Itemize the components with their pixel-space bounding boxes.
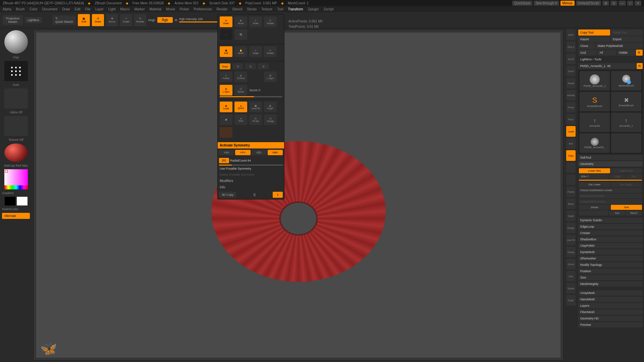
tool-name-field[interactable]: PM3D_Arrow3D_1. 49 xyxy=(578,63,636,69)
material-preview[interactable] xyxy=(4,143,28,162)
tool-thumb[interactable]: SSimpleBrush xyxy=(580,92,610,111)
del-lower-button[interactable]: Del Lower xyxy=(579,182,610,187)
info-section[interactable]: Info xyxy=(218,184,284,190)
menu-transform[interactable]: Transform xyxy=(288,7,303,11)
frame-button[interactable]: Frame xyxy=(566,186,576,197)
menu-render[interactable]: Render xyxy=(217,7,228,11)
nanomesh-section[interactable]: NanoMesh xyxy=(578,297,643,302)
paste-tool-button[interactable]: Paste Tool xyxy=(611,29,643,36)
suv-button[interactable]: Suv xyxy=(609,210,625,216)
delete-posable-symmetry-button[interactable]: Delete Posable Symmetry xyxy=(218,172,284,178)
default-zscript[interactable]: DefaultZScript xyxy=(576,1,601,6)
position-section[interactable]: Position xyxy=(578,268,643,274)
m-label[interactable]: M xyxy=(175,18,177,22)
edit-button[interactable]: ▣Edit xyxy=(78,14,90,26)
convert-bpr-button[interactable]: Convert BPR To Geo xyxy=(579,199,642,204)
arraymesh-section[interactable]: ArrayMesh xyxy=(578,290,643,296)
tool-thumb[interactable]: PM3D_Arrow3D_ xyxy=(580,133,610,153)
menus-button[interactable]: Menus xyxy=(560,1,575,6)
tool-thumb[interactable]: ↑Arrow3D_1 xyxy=(611,113,641,132)
window-minimize[interactable]: — xyxy=(619,1,626,6)
quick-sketch-button[interactable]: ✎Quick Sketch xyxy=(53,15,76,25)
gradient-label[interactable]: Gradient xyxy=(2,191,30,195)
transp-button[interactable]: ◫Transp xyxy=(264,114,277,125)
mrgb-label[interactable]: Mrgb xyxy=(148,18,155,22)
menu-marker[interactable]: Marker xyxy=(134,7,145,11)
spix-button[interactable]: SPix 3 xyxy=(566,42,576,52)
menu-tool[interactable]: Tool xyxy=(277,7,283,11)
popup-edit-button[interactable]: ▣Edit xyxy=(220,46,232,57)
tool-thumb[interactable]: PM3D_Arrow3D_1 xyxy=(580,71,610,90)
popup-scale-button[interactable]: ⤢Scale xyxy=(249,16,262,27)
move-button[interactable]: ✥Move xyxy=(106,14,118,26)
linefill-button[interactable]: Line Fill xyxy=(566,235,576,245)
menu-macro[interactable]: Macro xyxy=(120,7,130,11)
window-control[interactable]: ⊞ xyxy=(602,1,609,6)
dynamesh-section[interactable]: DynaMesh xyxy=(578,249,643,255)
floor-button[interactable]: Floor xyxy=(566,114,576,125)
radial-count-slider[interactable]: RadialCount 64 xyxy=(230,159,251,162)
stroke-preview[interactable] xyxy=(4,61,28,81)
axis-button[interactable]: Axis xyxy=(566,138,576,149)
size-section[interactable]: Size xyxy=(578,275,643,280)
sym-y-button[interactable]: >Y< xyxy=(235,150,250,155)
window-maximize[interactable]: □ xyxy=(627,1,633,6)
sdiv-slider[interactable]: SDiv 7 xyxy=(579,174,609,179)
menu-preferences[interactable]: Preferences xyxy=(194,7,212,11)
popup-move2-button[interactable]: ✋Move xyxy=(234,46,247,57)
scale-button[interactable]: ⤢Scale xyxy=(120,14,132,26)
menu-zplugin[interactable]: Zplugin xyxy=(308,7,319,11)
copy-one-button[interactable]: 1 xyxy=(273,192,283,198)
3d-copy-button[interactable]: 3D Copy xyxy=(219,192,236,198)
goz-all-button[interactable]: All xyxy=(597,50,616,56)
tool-thumb[interactable] xyxy=(611,133,641,153)
menu-texture[interactable]: Texture xyxy=(261,7,272,11)
menu-alpha[interactable]: Alpha xyxy=(3,7,11,11)
goz-r-button[interactable]: R xyxy=(636,50,643,56)
zoom-button[interactable]: Zoom xyxy=(566,66,576,76)
rgb-intensity-slider[interactable]: Rgb Intensity 100 xyxy=(179,17,219,21)
clone-button[interactable]: Clone xyxy=(578,43,595,49)
gxyz-button[interactable]: Gxyz xyxy=(220,63,230,69)
rotate-button[interactable]: Rotate xyxy=(566,223,576,233)
tool-thumb[interactable]: ↑Arrow3D xyxy=(580,113,610,132)
cube-button[interactable]: ▣ xyxy=(220,114,232,125)
texture-preview[interactable] xyxy=(4,116,28,136)
window-control[interactable]: ⊡ xyxy=(610,1,617,6)
color-picker[interactable] xyxy=(4,169,28,189)
menu-picker[interactable]: Picker xyxy=(180,7,189,11)
switchcolor-button[interactable]: SwitchColor xyxy=(2,207,30,211)
cage-button[interactable]: Cage xyxy=(609,174,626,179)
side-icon[interactable] xyxy=(566,174,576,185)
solo-button[interactable]: ●Solo xyxy=(234,114,247,125)
freeze-subdiv-button[interactable]: Freeze SubDivision Levels xyxy=(579,188,642,193)
gz-button[interactable]: ⊙ xyxy=(258,63,269,69)
transp-button[interactable]: Transp xyxy=(566,247,576,257)
scroll-button[interactable]: Scroll xyxy=(566,54,576,64)
canvas[interactable]: 🦋 xyxy=(33,29,564,361)
higher-res-button[interactable]: Higher Res xyxy=(611,168,642,173)
seethrough-slider[interactable]: See-through 0 xyxy=(534,1,559,6)
ghost-button[interactable]: Ghost xyxy=(566,259,576,269)
import-button[interactable]: Import xyxy=(578,36,610,42)
reconstruct-button[interactable]: Reconstruct Subdiv xyxy=(579,193,642,198)
edgeloop-section[interactable]: EdgeLoop xyxy=(578,224,643,229)
lower-res-button[interactable]: Lower Res xyxy=(579,168,610,173)
solo-button[interactable]: Solo xyxy=(566,271,576,282)
menu-draw[interactable]: Draw xyxy=(62,7,70,11)
make-polymesh-button[interactable]: Make PolyMesh3D xyxy=(596,43,643,49)
rotate-button[interactable]: ↻Rotate xyxy=(134,14,146,26)
bpr-button[interactable]: BPR xyxy=(566,29,576,40)
gxyz-button[interactable]: Gxyz xyxy=(566,150,576,161)
zremesher-section[interactable]: ZRemesher xyxy=(578,256,643,261)
popup-scale2-button[interactable]: ⤢Scale xyxy=(249,46,262,57)
sym-z-button[interactable]: >Z< xyxy=(252,150,267,155)
menu-movie[interactable]: Movie xyxy=(166,7,175,11)
rgb-button[interactable]: Rgb xyxy=(157,17,173,23)
menu-zscript[interactable]: Zscript xyxy=(323,7,333,11)
popup-move-button[interactable]: ✥Move xyxy=(234,16,247,27)
menu-light[interactable]: Light xyxy=(108,7,116,11)
persp-button[interactable]: Persp xyxy=(566,102,576,113)
alpha-preview[interactable] xyxy=(4,88,28,109)
spivot-button[interactable]: ⊕S.Pivot xyxy=(234,71,247,82)
